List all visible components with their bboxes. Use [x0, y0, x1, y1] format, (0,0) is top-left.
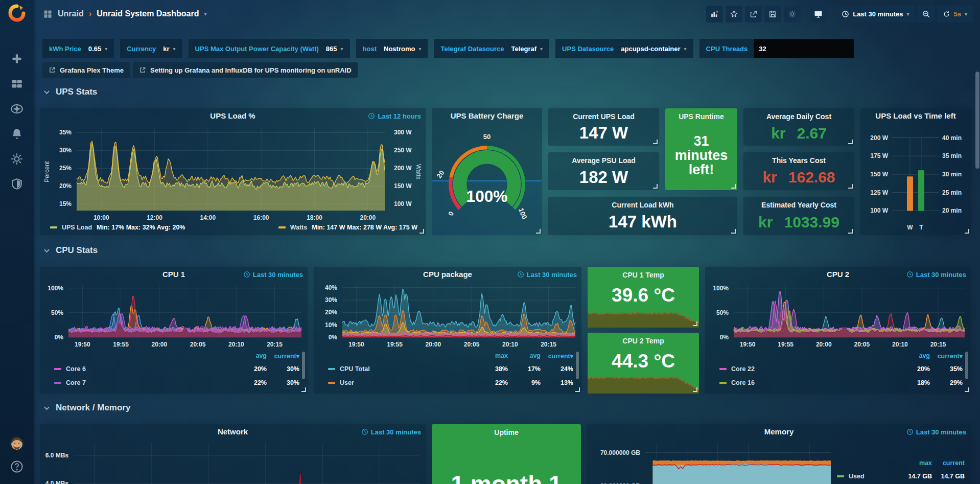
x-axis-label: 20:15: [930, 341, 946, 348]
variable-value[interactable]: 865: [326, 45, 337, 53]
cycle-view-monitor-button[interactable]: [810, 6, 827, 22]
cpu-package-chart[interactable]: 40%30%20%10%0%19:5019:5520:0020:0520:102…: [314, 282, 581, 350]
legend-item[interactable]: WattsMin: 147 W Max: 278 W Avg: 175 W: [278, 224, 417, 231]
legend-sort-avg[interactable]: avg: [897, 352, 930, 359]
legend-item[interactable]: Core 722%30%: [54, 376, 299, 389]
variable-host[interactable]: hostNostromo▾: [356, 39, 428, 58]
variable-currency[interactable]: Currencykr▾: [120, 39, 182, 58]
legend-item[interactable]: User22%9%13%: [328, 376, 573, 389]
legend-sort-current[interactable]: current▾: [930, 352, 963, 360]
legend-item[interactable]: Used14.7 GB14.7 GB: [837, 469, 965, 483]
create-plus-icon[interactable]: [10, 52, 24, 65]
ups-battery-gauge[interactable]: 02050100100%: [432, 108, 542, 235]
legend-item[interactable]: UPS LoadMin: 17% Max: 32% Avg: 20%: [50, 224, 185, 231]
star-button[interactable]: [726, 6, 742, 22]
stat-title: This Years Cost: [772, 156, 826, 165]
ups-load-chart[interactable]: 35%30%25%20%15%300 W250 W200 W150 W100 W…: [40, 124, 426, 223]
legend-item[interactable]: Core 2220%35%: [719, 362, 963, 376]
panel-time-range[interactable]: Last 30 minutes: [243, 267, 303, 282]
y-axis-label: 100%: [40, 285, 63, 292]
variable-kwh-price[interactable]: kWh Price0.65▾: [42, 39, 114, 58]
variable-value[interactable]: 0.65: [88, 45, 101, 53]
memory-chart[interactable]: 70.000000 GB60.000000 GB50.000000 GB19:5…: [587, 440, 971, 484]
dashboard-settings-button[interactable]: [784, 6, 801, 22]
variable-ups-datasource[interactable]: UPS Datasourceapcupsd-container▾: [555, 39, 693, 58]
variable-input-cpu-threads[interactable]: [754, 39, 854, 58]
x-axis-label: 19:55: [113, 341, 129, 348]
plot-area[interactable]: 100%50%0%19:5019:5520:0020:0520:1020:15: [68, 285, 301, 337]
plot-area[interactable]: 35%30%25%20%15%300 W250 W200 W150 W100 W…: [77, 127, 385, 211]
legend-item[interactable]: CPU Total38%17%24%: [328, 362, 573, 376]
panel-average-daily-cost: Average Daily Cost kr2.67: [743, 108, 854, 146]
dashboard-link-ups-monitoring-guide[interactable]: Setting up Grafana and InfluxDB for UPS …: [133, 62, 358, 78]
plot-area[interactable]: 100%50%0%19:5019:5520:0020:0520:1020:15: [734, 285, 965, 337]
variable-ups-max-output[interactable]: UPS Max Output Power Capacity (Watt)865▾: [189, 39, 350, 58]
network-chart[interactable]: 6.0 MBs4.0 MBs2.0 MBs19:5019:5520:0020:0…: [40, 440, 426, 484]
section-network-memory[interactable]: Network / Memory: [43, 403, 130, 413]
variable-value[interactable]: Nostromo: [384, 45, 415, 53]
panel-time-range[interactable]: Last 12 hours: [368, 108, 421, 124]
page-scrollbar-thumb[interactable]: [975, 72, 979, 169]
alerting-bell-icon[interactable]: [10, 127, 24, 141]
explore-compass-icon[interactable]: [10, 102, 24, 116]
plot-area[interactable]: 6.0 MBs4.0 MBs2.0 MBs19:5019:5520:0020:0…: [74, 443, 419, 484]
plot-area[interactable]: 70.000000 GB60.000000 GB50.000000 GB19:5…: [645, 443, 831, 484]
variable-cpu-threads[interactable]: CPU Threads: [699, 39, 854, 58]
section-ups-stats[interactable]: UPS Stats: [43, 87, 97, 97]
panel-time-range[interactable]: Last 30 minutes: [906, 267, 966, 282]
section-cpu-stats[interactable]: CPU Stats: [43, 245, 98, 256]
zoom-out-button[interactable]: [918, 6, 935, 22]
dashboard-title[interactable]: Unraid System Dashboard: [97, 9, 199, 18]
legend-sort-max[interactable]: max: [899, 459, 932, 467]
cpu2-chart[interactable]: 100%50%0%19:5019:5520:0020:0520:1020:15: [705, 282, 971, 350]
legend-sort-current[interactable]: current▾: [541, 352, 573, 360]
variable-value[interactable]: apcupsd-container: [621, 45, 680, 53]
plot-area[interactable]: 40%30%20%10%0%19:5019:5520:0020:0520:102…: [342, 285, 575, 337]
legend-sort-current[interactable]: current▾: [267, 352, 299, 360]
stat-title: Estimated Yearly Cost: [761, 201, 836, 209]
panel-time-range[interactable]: Last 30 minutes: [361, 424, 421, 440]
help-icon[interactable]: [10, 459, 24, 474]
y-axis-label-right: 30 min: [942, 171, 969, 178]
server-admin-shield-icon[interactable]: [10, 177, 24, 191]
stat-value: 182 W: [548, 165, 659, 190]
dashboards-grid-icon[interactable]: [10, 77, 24, 90]
dashboard-link-grafana-plex-theme[interactable]: Grafana Plex Theme: [42, 62, 130, 78]
y-axis-label: 50%: [705, 309, 729, 316]
ups-load-vs-time-chart[interactable]: WT200 W175 W150 W125 W100 W40 min35 min3…: [860, 108, 971, 235]
legend-item[interactable]: Core 620%30%: [54, 362, 299, 376]
panel-this-years-cost: This Years Cost kr162.68: [743, 152, 854, 190]
add-panel-button[interactable]: [706, 6, 723, 22]
legend-sort-max[interactable]: max: [475, 352, 508, 359]
panel-time-range[interactable]: Last 30 minutes: [906, 424, 966, 440]
chevron-down-icon[interactable]: ▾: [204, 11, 206, 17]
x-axis-label: 20:15: [267, 341, 283, 348]
user-avatar[interactable]: [9, 436, 25, 451]
cpu1-chart[interactable]: 100%50%0%19:5019:5520:0020:0520:1020:15: [40, 282, 308, 350]
grafana-logo[interactable]: [8, 4, 26, 22]
legend-sort-avg[interactable]: avg: [508, 352, 541, 359]
legend-scrollbar[interactable]: [576, 352, 579, 379]
panel-ups-load: UPS Load % Last 12 hours 35%30%25%20%15%…: [40, 108, 426, 235]
variable-value[interactable]: kr: [163, 45, 169, 53]
variable-telegraf-datasource[interactable]: Telegraf DatasourceTelegraf▾: [434, 39, 549, 58]
y-axis-label: 50%: [40, 309, 63, 316]
legend-scrollbar[interactable]: [302, 352, 305, 379]
configuration-gear-icon[interactable]: [10, 152, 24, 166]
chevron-down-icon: ▾: [173, 46, 176, 52]
time-range-picker[interactable]: Last 30 minutes ▾: [836, 6, 915, 22]
stat-title: UPS Runtime: [679, 112, 724, 121]
share-button[interactable]: [745, 6, 762, 22]
legend-sort-current[interactable]: current: [932, 459, 965, 467]
breadcrumb-folder[interactable]: Unraid: [58, 9, 84, 18]
legend-scrollbar[interactable]: [965, 352, 968, 379]
legend-swatch: [719, 382, 727, 384]
save-button[interactable]: [764, 6, 781, 22]
apps-grid-icon: [43, 9, 53, 19]
legend-sort-avg[interactable]: avg: [234, 352, 267, 359]
refresh-picker[interactable]: 5s ▾: [937, 6, 973, 22]
panel-time-range[interactable]: Last 30 minutes: [517, 267, 577, 282]
breadcrumb[interactable]: Unraid › Unraid System Dashboard ▾: [43, 9, 206, 19]
variable-value[interactable]: Telegraf: [511, 45, 536, 53]
legend-item[interactable]: Core 1618%29%: [719, 376, 963, 389]
